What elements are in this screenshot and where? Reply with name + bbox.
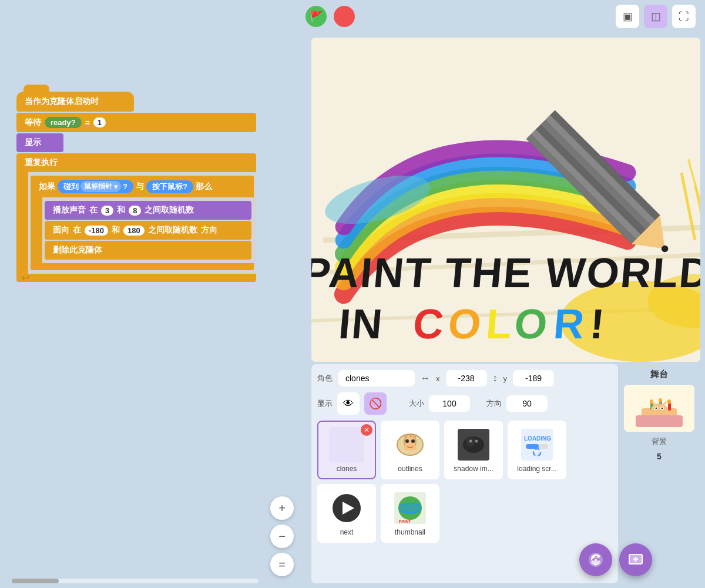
- next-svg: [331, 492, 362, 524]
- add-backdrop-fab[interactable]: [619, 543, 652, 576]
- sprite-img-loading: LOADING: [519, 427, 555, 462]
- zoom-fit-button[interactable]: =: [270, 553, 294, 576]
- svg-text:C: C: [411, 300, 447, 347]
- sprite-label-clones: clones: [337, 465, 357, 473]
- playback-controls: 🚩: [306, 6, 355, 27]
- val-8: 8: [129, 206, 141, 216]
- stage-label: 舞台: [618, 364, 700, 380]
- stage-area: PAINT THE WORLD IN C O L O R !: [311, 38, 700, 362]
- svg-point-32: [411, 439, 415, 443]
- y-label: y: [503, 374, 508, 383]
- shadow-svg: [458, 429, 489, 461]
- stage-thumb-svg: [624, 385, 694, 432]
- sprite-label-next: next: [340, 528, 354, 536]
- view-btn-fullscreen[interactable]: ⛶: [672, 5, 696, 28]
- hat-block-clone-start: 当作为克隆体启动时: [16, 92, 134, 112]
- sprite-thumb-next[interactable]: next: [317, 484, 376, 543]
- sprite-thumbnails: ✕ clones: [317, 421, 612, 543]
- svg-point-31: [405, 439, 409, 443]
- sprite-thumb-loading[interactable]: LOADING loading scr...: [508, 421, 566, 479]
- x-input[interactable]: [446, 370, 487, 387]
- zoom-controls: + − =: [270, 496, 294, 576]
- if-top: 如果 碰到 鼠标指针 ▾ ? 与: [31, 176, 254, 197]
- thumbnail-svg: PAINT: [394, 492, 426, 524]
- touch-condition: 碰到 鼠标指针 ▾ ?: [58, 180, 133, 193]
- sprite-img-outlines: [392, 427, 428, 462]
- view-btn-split-left[interactable]: ▣: [616, 5, 639, 28]
- right-panel: PAINT THE WORLD IN C O L O R !: [311, 33, 705, 588]
- dir-label: 方向: [486, 398, 502, 409]
- sprite-thumb-outlines[interactable]: outlines: [381, 421, 439, 479]
- sprite-label-outlines: outlines: [398, 465, 422, 473]
- view-mode-buttons: ▣ ◫ ⛶: [616, 5, 696, 28]
- repeat-top: 重复执行: [16, 153, 256, 172]
- svg-point-72: [593, 559, 595, 561]
- add-sprite-fab[interactable]: [579, 543, 612, 576]
- face-block: 面向 在 -180 和 180 之间取随机数 方向: [45, 221, 251, 240]
- x-label: x: [436, 374, 440, 383]
- sprite-thumb-thumbnail[interactable]: PAINT thumbnail: [381, 484, 439, 543]
- ready-variable: ready?: [45, 117, 82, 128]
- val-180: 180: [123, 226, 145, 236]
- role-label: 角色: [317, 373, 333, 384]
- svg-point-59: [659, 398, 662, 403]
- sprite-img-shadow: [456, 427, 491, 462]
- svg-point-39: [469, 440, 472, 443]
- svg-point-65: [662, 408, 663, 409]
- delete-sprite-badge[interactable]: ✕: [361, 424, 372, 436]
- x-arrow-icon: ↔: [421, 373, 430, 384]
- eye-show-button[interactable]: 👁: [337, 392, 360, 415]
- visibility-row: 显示 👁 🚫 大小 方向: [317, 392, 612, 415]
- blocks-workspace: 当作为克隆体启动时 等待 ready? = 1 显示 重复执行: [16, 92, 256, 282]
- view-btn-split-right[interactable]: ◫: [644, 5, 667, 28]
- horizontal-scrollbar[interactable]: [12, 579, 258, 583]
- svg-point-60: [667, 399, 671, 404]
- svg-point-61: [651, 404, 667, 415]
- svg-text:LOADING: LOADING: [524, 435, 551, 442]
- sprite-img-thumbnail: PAINT: [392, 490, 428, 526]
- sprite-thumb-shadow[interactable]: shadow im...: [444, 421, 503, 479]
- hat-block-label: 当作为克隆体启动时: [25, 96, 99, 106]
- sprite-label-loading: loading scr...: [517, 465, 556, 473]
- stage-canvas: PAINT THE WORLD IN C O L O R !: [311, 38, 700, 362]
- val-1: 1: [93, 117, 106, 127]
- show-label: 显示: [317, 398, 333, 409]
- sprite-thumb-clones[interactable]: ✕ clones: [317, 421, 376, 479]
- sprite-label-thumbnail: thumbnail: [395, 528, 425, 536]
- backdrop-label: 背景: [618, 436, 700, 447]
- stage-artwork: PAINT THE WORLD IN C O L O R !: [311, 38, 700, 362]
- stop-button[interactable]: [334, 6, 355, 27]
- show-block: 显示: [16, 133, 63, 152]
- svg-point-73: [597, 559, 599, 561]
- top-bar: 🚩 ▣ ◫ ⛶: [0, 0, 705, 33]
- svg-point-40: [475, 440, 478, 443]
- svg-text:O: O: [446, 300, 485, 347]
- val-3: 3: [101, 206, 113, 216]
- svg-text:R: R: [552, 300, 588, 347]
- y-input[interactable]: [513, 370, 554, 387]
- svg-text:O: O: [512, 300, 550, 347]
- zoom-in-button[interactable]: +: [270, 496, 294, 520]
- main-area: 当作为克隆体启动时 等待 ready? = 1 显示 重复执行: [0, 33, 705, 588]
- val-neg180: -180: [85, 226, 108, 236]
- size-label: 大小: [409, 398, 424, 409]
- size-input[interactable]: [429, 395, 470, 412]
- mouse-ptr-dropdown[interactable]: 鼠标指针 ▾: [80, 181, 121, 192]
- scrollbar-thumb[interactable]: [12, 579, 59, 583]
- direction-input[interactable]: [506, 395, 548, 412]
- backdrop-count: 5: [618, 452, 700, 461]
- stage-thumbnail[interactable]: [624, 385, 694, 432]
- wait-block: 等待 ready? = 1: [16, 113, 256, 132]
- eye-hide-button[interactable]: 🚫: [364, 392, 387, 415]
- zoom-out-button[interactable]: −: [270, 525, 294, 548]
- delete-clone-block: 删除此克隆体: [45, 241, 251, 260]
- svg-text:PAINT: PAINT: [399, 519, 411, 523]
- sprite-label-shadow: shadow im...: [454, 465, 493, 473]
- loading-svg: LOADING: [521, 429, 553, 461]
- y-arrow-icon: ↕: [493, 373, 498, 384]
- sprite-info-bar: 角色 ↔ x ↕ y: [317, 370, 612, 387]
- svg-text:L: L: [484, 300, 515, 347]
- green-flag-button[interactable]: 🚩: [306, 6, 327, 27]
- outlines-svg: [394, 429, 426, 461]
- sprite-name-input[interactable]: [338, 370, 415, 387]
